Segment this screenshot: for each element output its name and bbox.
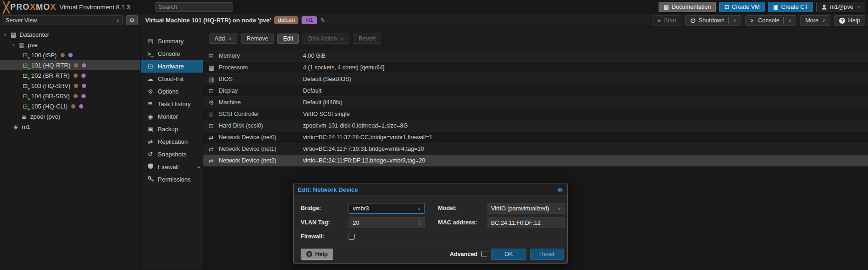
tree-item-vm-102[interactable]: ⊡▶102 (BR-RTR) xyxy=(0,70,140,81)
advanced-checkbox[interactable] xyxy=(481,251,487,257)
add-button[interactable]: Add∨ xyxy=(209,34,237,44)
hw-row-name: Machine xyxy=(219,99,303,106)
shutdown-button[interactable]: Shutdown∨ xyxy=(685,15,741,26)
menu-item-replication[interactable]: ⇄Replication xyxy=(141,135,203,148)
cpu-icon: ▦ xyxy=(209,64,219,71)
mac-address-field[interactable] xyxy=(487,217,565,228)
expand-chevron-icon[interactable]: ∨ xyxy=(11,42,16,47)
submenu-arrow-icon: ▸ xyxy=(198,164,200,169)
shutdown-label: Shutdown xyxy=(699,17,725,24)
dialog-body: Bridge: ∨ Model: VirtIO (paravirtualized… xyxy=(294,196,567,244)
tree-item-label: zpool (pve) xyxy=(30,113,60,120)
tree-item-datacenter[interactable]: ∨▤Datacenter xyxy=(0,29,140,40)
hw-row-display[interactable]: ⊡DisplayDefault xyxy=(203,85,868,97)
edit-tags-icon[interactable]: ✎ xyxy=(320,17,325,24)
user-menu-button[interactable]: m1@pve∨ xyxy=(816,2,865,12)
menu-item-console[interactable]: >_Console xyxy=(141,47,203,60)
hard-disk-icon: ⊟ xyxy=(209,122,219,129)
menu-item-backup[interactable]: ▣Backup xyxy=(141,123,203,135)
vm-icon: ⊡▶ xyxy=(21,103,29,110)
chevron-down-icon[interactable]: ∨ xyxy=(417,206,421,211)
tree-item-node-pve[interactable]: ∨▦✓pve xyxy=(0,40,140,50)
tree-item-vm-105[interactable]: ⊡▶105 (HQ-CLI) xyxy=(0,101,140,111)
mac-address-input[interactable] xyxy=(491,220,561,226)
vlan-tag-input[interactable] xyxy=(353,220,418,226)
search-input[interactable] xyxy=(155,2,233,12)
view-settings-button[interactable]: ⚙ xyxy=(126,15,138,25)
more-button[interactable]: More∨ xyxy=(800,15,830,26)
hw-row-value: 4 (1 sockets, 4 cores) [qemu64] xyxy=(303,64,384,71)
tree-item-storage-zpool[interactable]: ≣zpool (pve) xyxy=(0,111,140,122)
create-ct-button[interactable]: ▣Create CT xyxy=(768,2,813,12)
hw-row-hard-disk[interactable]: ⊟Hard Disk (scsi0)zpool:vm-101-disk-0,io… xyxy=(203,120,868,132)
book-icon: ▤ xyxy=(147,38,154,45)
remove-button[interactable]: Remove xyxy=(241,34,274,44)
floppy-icon: ▣ xyxy=(147,126,154,133)
reset-button[interactable]: Reset xyxy=(530,249,564,260)
create-vm-button[interactable]: ⊡Create VM xyxy=(719,2,765,12)
menu-item-summary[interactable]: ▤Summary xyxy=(141,35,203,47)
start-button[interactable]: ▶Start xyxy=(653,15,681,26)
tree-item-vm-101[interactable]: ⊡▶101 (HQ-RTR) xyxy=(0,60,140,70)
edit-button[interactable]: Edit xyxy=(277,34,299,44)
network-icon: ⇄ xyxy=(209,146,219,153)
menu-item-snapshots[interactable]: ↺Snapshots xyxy=(141,148,203,161)
vlan-tag-spinner[interactable]: ∧∨ xyxy=(349,217,425,228)
tag-pill-debian[interactable]: debian xyxy=(274,16,298,24)
expand-chevron-icon[interactable]: ∨ xyxy=(3,32,7,37)
hw-row-value: Default (SeaBIOS) xyxy=(303,76,351,82)
dialog-footer-actions: Advanced OK Reset xyxy=(450,249,564,260)
hw-row-processors[interactable]: ▦Processors4 (1 sockets, 4 cores) [qemu6… xyxy=(203,62,868,74)
menu-item-hardware[interactable]: ⊡Hardware xyxy=(141,60,203,73)
documentation-label: Documentation xyxy=(672,4,711,10)
model-combobox[interactable]: VirtIO (paravirtualized)∨ xyxy=(487,203,565,214)
bridge-combobox[interactable]: ∨ xyxy=(349,203,425,214)
view-selector[interactable]: Server View∨ xyxy=(2,15,123,25)
close-icon[interactable]: ⊗ xyxy=(557,186,563,193)
console-button[interactable]: >_Console∨ xyxy=(745,15,796,26)
help-button[interactable]: ?Help xyxy=(834,15,865,26)
chevron-down-icon[interactable]: ∨ xyxy=(788,18,792,23)
documentation-button[interactable]: ▤Documentation xyxy=(659,2,716,12)
menu-item-options[interactable]: ⚙Options xyxy=(141,85,203,98)
ok-button[interactable]: OK xyxy=(491,249,526,260)
hw-row-bios[interactable]: ▥BIOSDefault (SeaBIOS) xyxy=(203,74,868,85)
user-menu-label: m1@pve xyxy=(830,4,853,10)
firewall-checkbox[interactable] xyxy=(349,234,355,240)
running-icon: ▶ xyxy=(28,76,31,81)
revert-button[interactable]: Revert xyxy=(353,34,381,44)
bridge-label: Bridge: xyxy=(301,203,321,214)
menu-item-task-history[interactable]: ≣Task History xyxy=(141,98,203,110)
tree-item-vm-100[interactable]: ⊡▶100 (ISP) xyxy=(0,50,140,60)
menu-item-monitor[interactable]: ◉Monitor xyxy=(141,110,203,123)
hw-row-net1[interactable]: ⇄Network Device (net1)virtio=BC:24:11:F7… xyxy=(203,143,868,155)
menu-item-permissions[interactable]: Permissions xyxy=(141,173,203,186)
tree-item-label: 101 (HQ-RTR) xyxy=(31,62,70,69)
chevron-down-icon[interactable]: ∨ xyxy=(733,18,737,23)
vlan-tag-label: VLAN Tag: xyxy=(301,217,330,228)
bridge-input[interactable] xyxy=(353,205,417,212)
chevron-down-icon[interactable]: ∨ xyxy=(558,206,561,211)
tag-pill-m1[interactable]: m1 xyxy=(302,16,317,24)
tree-item-vm-103[interactable]: ⊡▶103 (HQ-SRV) xyxy=(0,81,140,91)
hw-row-value: zpool:vm-101-disk-0,iothread=1,size=8G xyxy=(303,122,408,129)
hw-row-machine[interactable]: ⚙MachineDefault (i440fx) xyxy=(203,97,868,108)
dialog-titlebar[interactable]: Edit: Network Device ⊗ xyxy=(294,183,567,196)
hw-row-scsi-controller[interactable]: ≣SCSI ControllerVirtIO SCSI single xyxy=(203,108,868,120)
chevron-down-icon: ∨ xyxy=(229,36,232,41)
hw-row-net0[interactable]: ⇄Network Device (net0)virtio=BC:24:11:37… xyxy=(203,132,868,143)
tree-item-vm-104[interactable]: ⊡▶104 (BR-SRV) xyxy=(0,91,140,101)
tree-item-tag-m1[interactable]: ◈m1 xyxy=(0,122,140,132)
menu-item-firewall[interactable]: Firewall▸ xyxy=(141,161,203,173)
tag-dot-m1 xyxy=(68,53,73,57)
resource-tree: ∨▤Datacenter ∨▦✓pve ⊡▶100 (ISP) ⊡▶101 (H… xyxy=(0,27,141,270)
hw-row-name: SCSI Controller xyxy=(219,111,303,117)
spinner-arrows-icon[interactable]: ∧∨ xyxy=(418,220,421,225)
hw-row-net2[interactable]: ⇄Network Device (net2)virtio=BC:24:11:F0… xyxy=(203,155,868,167)
disk-action-button[interactable]: Disk Action∨ xyxy=(303,34,349,44)
tree-item-label: 100 (ISP) xyxy=(31,52,57,59)
dialog-help-button[interactable]: ?Help xyxy=(301,249,333,260)
hw-row-memory[interactable]: ⊞Memory4.00 GiB xyxy=(203,50,868,62)
menu-item-cloud-init[interactable]: ☁Cloud-Init xyxy=(141,73,203,85)
vm-icon: ⊡▶ xyxy=(21,72,29,79)
